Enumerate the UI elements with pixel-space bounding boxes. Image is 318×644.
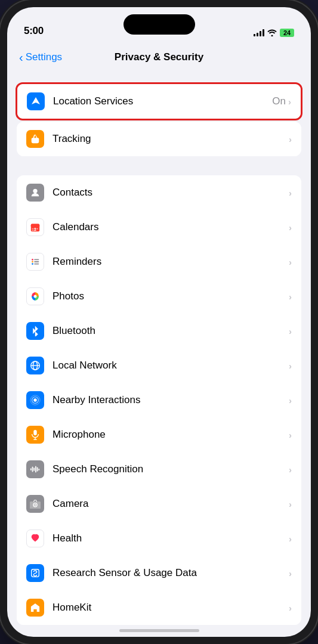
microphone-icon <box>26 426 44 444</box>
contacts-row[interactable]: Contacts › <box>17 175 301 210</box>
camera-label: Camera <box>53 498 289 510</box>
svg-rect-30 <box>33 467 35 470</box>
bluetooth-row[interactable]: Bluetooth › <box>17 314 301 348</box>
camera-icon <box>26 495 44 513</box>
photos-icon <box>26 287 44 305</box>
camera-row[interactable]: Camera › <box>17 487 301 521</box>
calendars-chevron: › <box>289 222 292 233</box>
back-chevron-icon: ‹ <box>19 51 23 64</box>
nearby-interactions-row[interactable]: Nearby Interactions › <box>17 383 301 417</box>
nav-bar: ‹ Settings Privacy & Security <box>7 42 311 73</box>
location-services-value: On <box>272 95 286 107</box>
battery-icon: 24 <box>280 29 294 37</box>
bluetooth-icon <box>26 322 44 340</box>
local-network-chevron: › <box>289 361 292 371</box>
bluetooth-label: Bluetooth <box>53 325 289 337</box>
tracking-label: Tracking <box>53 133 289 145</box>
research-sensor-icon <box>26 564 44 582</box>
svg-point-12 <box>32 259 33 261</box>
svg-rect-17 <box>34 264 39 265</box>
content-area: Location Services On › Tra <box>7 73 311 637</box>
tracking-row[interactable]: Tracking › <box>17 122 301 156</box>
speech-recognition-chevron: › <box>289 465 292 475</box>
status-icons: 24 <box>254 29 294 37</box>
signal-icon <box>254 29 264 36</box>
camera-chevron: › <box>289 499 292 509</box>
svg-rect-32 <box>37 467 38 471</box>
health-row[interactable]: Health › <box>17 521 301 556</box>
contacts-chevron: › <box>289 188 292 198</box>
homekit-row[interactable]: HomeKit › <box>17 590 301 625</box>
local-network-icon <box>26 357 44 374</box>
svg-point-14 <box>32 263 33 265</box>
svg-point-9 <box>37 228 38 230</box>
svg-rect-33 <box>38 469 39 470</box>
back-button[interactable]: ‹ Settings <box>19 51 62 64</box>
contacts-label: Contacts <box>53 187 289 199</box>
location-services-highlight: Location Services On › <box>16 82 302 120</box>
location-services-icon <box>27 92 45 110</box>
local-network-row[interactable]: Local Network › <box>17 348 301 383</box>
research-sensor-row[interactable]: Research Sensor & Usage Data › <box>17 556 301 590</box>
svg-point-10 <box>32 230 33 231</box>
svg-point-35 <box>35 504 36 506</box>
back-label: Settings <box>26 51 62 63</box>
status-time: 5:00 <box>24 25 44 37</box>
section-location: Location Services On › Tra <box>7 82 311 156</box>
tracking-chevron: › <box>289 134 292 144</box>
photos-label: Photos <box>53 290 289 302</box>
wifi-icon <box>267 29 277 36</box>
microphone-chevron: › <box>289 430 292 440</box>
svg-point-11 <box>33 230 35 231</box>
microphone-label: Microphone <box>53 429 289 441</box>
health-chevron: › <box>289 534 292 544</box>
svg-rect-28 <box>30 468 32 470</box>
health-icon <box>26 530 44 547</box>
contacts-icon <box>26 184 44 202</box>
reminders-label: Reminders <box>53 256 289 268</box>
svg-point-18 <box>34 295 37 298</box>
homekit-chevron: › <box>289 603 292 613</box>
speech-recognition-label: Speech Recognition <box>53 463 289 475</box>
calendars-icon: 1 <box>26 218 44 236</box>
svg-point-22 <box>33 398 36 401</box>
research-sensor-label: Research Sensor & Usage Data <box>53 567 289 579</box>
home-indicator <box>119 629 199 632</box>
tracking-icon <box>26 130 44 148</box>
svg-point-13 <box>32 261 33 263</box>
nearby-interactions-chevron: › <box>289 395 292 405</box>
tracking-group: Tracking › <box>17 122 301 156</box>
speech-recognition-icon <box>26 460 44 478</box>
svg-point-1 <box>33 189 37 193</box>
svg-point-7 <box>33 228 35 230</box>
homekit-label: HomeKit <box>53 602 289 614</box>
calendars-label: Calendars <box>53 221 289 233</box>
svg-rect-15 <box>34 259 39 261</box>
local-network-label: Local Network <box>53 360 289 371</box>
dynamic-island <box>124 14 195 35</box>
microphone-row[interactable]: Microphone › <box>17 417 301 452</box>
svg-point-8 <box>35 228 36 230</box>
speech-recognition-row[interactable]: Speech Recognition › <box>17 452 301 487</box>
location-services-label: Location Services <box>53 95 272 107</box>
photos-row[interactable]: Photos › <box>17 279 301 314</box>
bluetooth-chevron: › <box>289 326 292 336</box>
svg-point-6 <box>32 228 33 230</box>
reminders-icon <box>26 253 44 271</box>
reminders-row[interactable]: Reminders › <box>17 244 301 279</box>
photos-chevron: › <box>289 292 292 302</box>
svg-rect-29 <box>32 467 33 472</box>
calendars-row[interactable]: 1 Calendars › <box>17 210 301 244</box>
nearby-interactions-label: Nearby Interactions <box>53 394 289 406</box>
svg-marker-0 <box>32 97 40 104</box>
homekit-icon <box>26 599 44 617</box>
svg-rect-16 <box>34 261 39 262</box>
research-sensor-chevron: › <box>289 568 292 578</box>
phone-screen: 5:00 24 <box>7 7 311 637</box>
permissions-section: Contacts › 1 <box>17 175 301 625</box>
svg-rect-25 <box>33 430 36 435</box>
svg-text:1: 1 <box>34 227 36 232</box>
health-label: Health <box>53 532 289 544</box>
location-services-row[interactable]: Location Services On › <box>17 84 301 119</box>
nearby-interactions-icon <box>26 391 44 409</box>
